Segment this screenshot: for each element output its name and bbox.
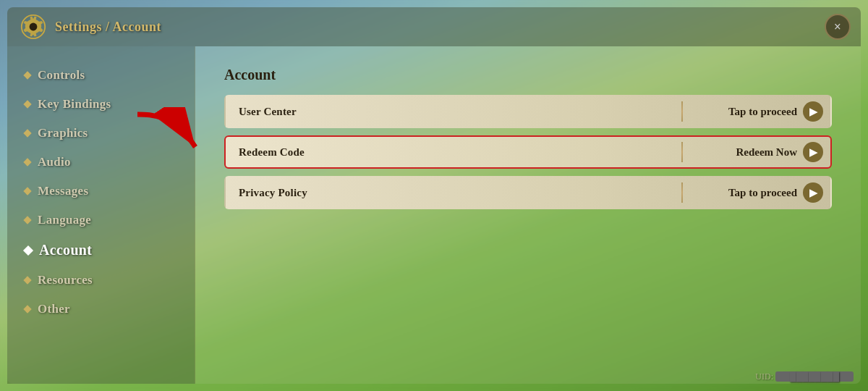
uid-label: UID: bbox=[755, 371, 773, 382]
user-center-action-text: Tap to proceed bbox=[728, 106, 797, 118]
gear-icon bbox=[20, 14, 46, 40]
diamond-icon bbox=[23, 245, 33, 255]
sidebar: Controls Key Bindings Graphics Audio Mes… bbox=[7, 46, 195, 384]
close-button[interactable]: × bbox=[825, 14, 851, 40]
sidebar-item-resources[interactable]: Resources bbox=[7, 266, 195, 295]
diamond-icon bbox=[23, 305, 31, 313]
sidebar-label-keybindings: Key Bindings bbox=[38, 97, 111, 112]
uid-value: ████████ bbox=[775, 371, 854, 382]
body: Controls Key Bindings Graphics Audio Mes… bbox=[7, 46, 861, 384]
privacy-policy-action-text: Tap to proceed bbox=[728, 187, 797, 199]
redeem-code-action-text: Redeem Now bbox=[736, 146, 797, 159]
diamond-icon bbox=[23, 216, 31, 224]
header-title: Settings / Account bbox=[55, 20, 161, 35]
sidebar-label-messages: Messages bbox=[38, 184, 88, 198]
sidebar-item-language[interactable]: Language bbox=[7, 206, 195, 235]
sidebar-label-controls: Controls bbox=[38, 68, 85, 83]
privacy-policy-label: Privacy Policy bbox=[226, 187, 678, 199]
settings-panel: Settings / Account × Controls Key Bindin… bbox=[7, 7, 861, 384]
user-center-action: Tap to proceed ▶ bbox=[686, 101, 830, 122]
diamond-icon bbox=[23, 100, 31, 108]
user-center-row[interactable]: User Center Tap to proceed ▶ bbox=[224, 95, 832, 128]
sidebar-label-audio: Audio bbox=[38, 155, 71, 169]
row-divider bbox=[681, 101, 683, 122]
sidebar-item-keybindings[interactable]: Key Bindings bbox=[7, 90, 195, 119]
redeem-code-row[interactable]: Redeem Code Redeem Now ▶ bbox=[224, 135, 832, 169]
privacy-policy-action: Tap to proceed ▶ bbox=[686, 182, 830, 203]
row-divider bbox=[681, 182, 683, 203]
user-center-action-btn[interactable]: ▶ bbox=[803, 101, 823, 122]
header: Settings / Account × bbox=[7, 7, 861, 46]
redeem-code-action-btn[interactable]: ▶ bbox=[803, 142, 823, 162]
diamond-icon bbox=[23, 129, 31, 137]
sidebar-label-other: Other bbox=[38, 302, 70, 316]
diamond-icon bbox=[23, 276, 31, 284]
user-center-label: User Center bbox=[226, 106, 678, 118]
diamond-icon bbox=[23, 158, 31, 166]
section-title: Account bbox=[224, 67, 832, 83]
privacy-policy-action-btn[interactable]: ▶ bbox=[803, 182, 823, 203]
sidebar-label-resources: Resources bbox=[38, 273, 93, 287]
sidebar-label-account: Account bbox=[39, 242, 92, 258]
diamond-icon bbox=[23, 187, 31, 195]
redeem-code-label: Redeem Code bbox=[226, 146, 678, 159]
sidebar-label-language: Language bbox=[38, 213, 91, 227]
sidebar-item-audio[interactable]: Audio bbox=[7, 148, 195, 177]
svg-point-1 bbox=[30, 23, 38, 31]
sidebar-item-other[interactable]: Other bbox=[7, 295, 195, 324]
diamond-icon bbox=[23, 71, 31, 79]
sidebar-item-messages[interactable]: Messages bbox=[7, 177, 195, 206]
row-divider bbox=[681, 142, 683, 162]
sidebar-item-account[interactable]: Account bbox=[7, 235, 195, 266]
uid-display: UID: ████████ bbox=[755, 371, 854, 382]
redeem-code-action: Redeem Now ▶ bbox=[686, 142, 830, 162]
sidebar-item-graphics[interactable]: Graphics bbox=[7, 119, 195, 148]
sidebar-label-graphics: Graphics bbox=[38, 126, 88, 140]
content-area: Account User Center Tap to proceed ▶ Red… bbox=[195, 46, 861, 384]
sidebar-item-controls[interactable]: Controls bbox=[7, 61, 195, 90]
privacy-policy-row[interactable]: Privacy Policy Tap to proceed ▶ bbox=[224, 176, 832, 209]
